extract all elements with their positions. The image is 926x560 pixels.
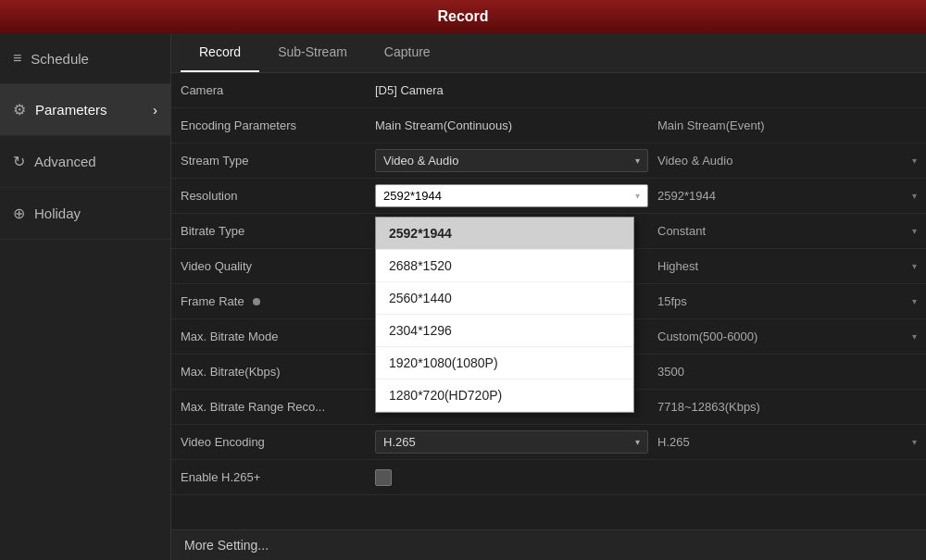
sidebar-item-schedule[interactable]: ≡ Schedule bbox=[0, 33, 170, 84]
frame-rate-dot-icon bbox=[253, 298, 260, 305]
sidebar-item-parameters[interactable]: ⚙ Parameters › bbox=[0, 84, 170, 136]
bitrate-type-right: Constant ▾ bbox=[657, 224, 917, 238]
encoding-params-right: Main Stream(Event) bbox=[657, 118, 917, 132]
sidebar-item-holiday[interactable]: ⊕ Holiday bbox=[0, 188, 170, 240]
video-quality-right: Highest ▾ bbox=[657, 259, 917, 273]
resolution-label: Resolution bbox=[181, 181, 375, 210]
resolution-arrow-icon: ▾ bbox=[635, 191, 640, 201]
video-quality-right-arrow-icon: ▾ bbox=[912, 261, 917, 271]
encoding-params-row: Encoding Parameters Main Stream(Continuo… bbox=[171, 108, 926, 143]
stream-type-label: Stream Type bbox=[181, 146, 375, 175]
video-encoding-right: H.265 ▾ bbox=[657, 435, 917, 449]
encoding-params-label: Encoding Parameters bbox=[181, 118, 375, 132]
camera-value: [D5] Camera bbox=[375, 83, 917, 97]
frame-rate-right-arrow-icon: ▾ bbox=[912, 296, 917, 306]
encoding-params-values: Main Stream(Continuous) Main Stream(Even… bbox=[375, 118, 917, 132]
max-bitrate-label: Max. Bitrate(Kbps) bbox=[181, 357, 375, 386]
video-encoding-row: Video Encoding H.265 ▾ H.265 ▾ bbox=[171, 425, 926, 460]
resolution-right: 2592*1944 ▾ bbox=[657, 189, 917, 203]
max-bitrate-mode-right: Custom(500-6000) ▾ bbox=[657, 330, 917, 343]
camera-row: Camera [D5] Camera bbox=[171, 73, 926, 108]
sidebar: ≡ Schedule ⚙ Parameters › ↻ Advanced ⊕ H… bbox=[0, 33, 171, 560]
video-encoding-label: Video Encoding bbox=[181, 428, 375, 456]
tab-capture[interactable]: Capture bbox=[366, 33, 449, 72]
stream-type-right: Video & Audio ▾ bbox=[657, 154, 917, 168]
enable-h265-row: Enable H.265+ bbox=[171, 460, 926, 495]
dropdown-item-3[interactable]: 2304*1296 bbox=[376, 315, 633, 347]
stream-type-right-arrow-icon: ▾ bbox=[912, 156, 917, 166]
bitrate-type-right-arrow-icon: ▾ bbox=[912, 226, 917, 236]
sidebar-spacer bbox=[0, 240, 170, 560]
sidebar-label-holiday: Holiday bbox=[34, 205, 81, 221]
stream-type-row: Stream Type Video & Audio ▾ Video & Audi… bbox=[171, 143, 926, 179]
parameters-arrow-icon: › bbox=[153, 102, 157, 118]
enable-h265-label: Enable H.265+ bbox=[181, 463, 375, 492]
frame-rate-right: 15fps ▾ bbox=[657, 294, 917, 308]
camera-value-group: [D5] Camera bbox=[375, 83, 917, 97]
frame-rate-label: Frame Rate bbox=[181, 287, 375, 316]
resolution-right-arrow-icon: ▾ bbox=[912, 191, 917, 201]
max-bitrate-right: 3500 bbox=[657, 365, 917, 379]
dropdown-item-5[interactable]: 1280*720(HD720P) bbox=[376, 380, 633, 412]
content-area: Record Sub-Stream Capture Camera [D5] Ca… bbox=[171, 33, 926, 560]
resolution-values: 2592*1944 ▾ 2592*1944 ▾ bbox=[375, 184, 917, 207]
main-layout: ≡ Schedule ⚙ Parameters › ↻ Advanced ⊕ H… bbox=[0, 33, 926, 560]
video-encoding-arrow-icon: ▾ bbox=[635, 437, 640, 447]
dropdown-item-0[interactable]: 2592*1944 bbox=[376, 218, 633, 250]
bitrate-type-label: Bitrate Type bbox=[181, 217, 375, 245]
sidebar-label-schedule: Schedule bbox=[31, 51, 89, 67]
tab-sub-stream[interactable]: Sub-Stream bbox=[259, 33, 366, 72]
video-encoding-left[interactable]: H.265 ▾ bbox=[375, 430, 648, 454]
advanced-icon: ↻ bbox=[13, 153, 25, 170]
holiday-icon: ⊕ bbox=[13, 205, 25, 222]
dropdown-item-1[interactable]: 2688*1520 bbox=[376, 250, 633, 282]
stream-type-left[interactable]: Video & Audio ▾ bbox=[375, 149, 648, 172]
max-bitrate-range-label: Max. Bitrate Range Reco... bbox=[181, 392, 375, 421]
max-bitrate-mode-label: Max. Bitrate Mode bbox=[181, 322, 375, 351]
more-setting-link[interactable]: More Setting... bbox=[184, 538, 913, 553]
enable-h265-checkbox[interactable] bbox=[375, 469, 392, 486]
settings-area: Camera [D5] Camera Encoding Parameters M… bbox=[171, 73, 926, 529]
sidebar-label-parameters: Parameters bbox=[35, 102, 107, 118]
title-text: Record bbox=[437, 8, 488, 25]
tabs-bar: Record Sub-Stream Capture bbox=[171, 33, 926, 73]
video-encoding-values: H.265 ▾ H.265 ▾ bbox=[375, 430, 917, 454]
camera-label: Camera bbox=[181, 76, 375, 105]
sidebar-item-advanced[interactable]: ↻ Advanced bbox=[0, 136, 170, 188]
resolution-dropdown: 2592*1944 2688*1520 2560*1440 2304*1296 … bbox=[375, 217, 634, 413]
sidebar-label-advanced: Advanced bbox=[34, 154, 96, 169]
video-quality-label: Video Quality bbox=[181, 252, 375, 280]
resolution-row: Resolution 2592*1944 ▾ 2592*1944 ▾ bbox=[171, 179, 926, 214]
dropdown-item-2[interactable]: 2560*1440 bbox=[376, 282, 633, 315]
max-bitrate-range-right: 7718~12863(Kbps) bbox=[657, 400, 917, 414]
parameters-icon: ⚙ bbox=[13, 101, 26, 118]
video-encoding-right-arrow-icon: ▾ bbox=[912, 437, 917, 447]
dropdown-item-4[interactable]: 1920*1080(1080P) bbox=[376, 347, 633, 380]
schedule-icon: ≡ bbox=[13, 50, 21, 67]
resolution-left[interactable]: 2592*1944 ▾ bbox=[375, 184, 648, 207]
max-bitrate-mode-right-arrow-icon: ▾ bbox=[912, 331, 917, 342]
stream-type-values: Video & Audio ▾ Video & Audio ▾ bbox=[375, 149, 917, 172]
title-bar: Record bbox=[0, 0, 926, 33]
stream-type-arrow-icon: ▾ bbox=[635, 156, 640, 166]
bottom-bar: More Setting... bbox=[171, 529, 926, 560]
encoding-params-left: Main Stream(Continuous) bbox=[375, 118, 657, 132]
tab-record[interactable]: Record bbox=[181, 33, 259, 72]
enable-h265-values bbox=[375, 469, 917, 486]
